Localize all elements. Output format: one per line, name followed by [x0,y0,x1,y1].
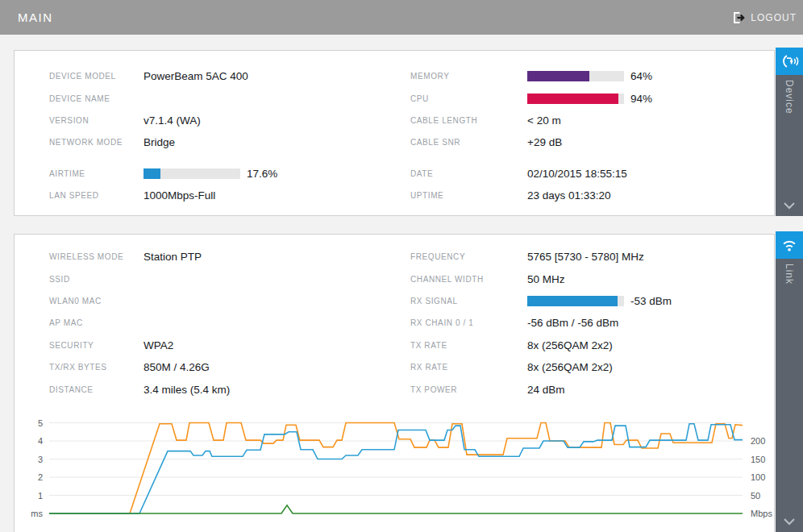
row-value: -56 dBm / -56 dBm [527,317,618,329]
row-value: 23 days 01:33:20 [527,189,611,202]
row-value: 50 MHz [527,273,565,285]
row-value: v7.1.4 (WA) [144,114,201,127]
row-label: CABLE LENGTH [410,116,527,125]
series-line-tx [49,423,743,514]
info-row: RX RATE8x (256QAM 2x2) [410,356,769,378]
row-label: SECURITY [49,341,144,350]
row-label: WLAN0 MAC [49,297,144,305]
row-value: 1000Mbps-Full [144,189,215,202]
row-value: -53 dBm [630,295,672,307]
progress-bar [527,296,624,306]
row-value: 94% [630,93,652,105]
row-label: DEVICE NAME [49,94,144,103]
row-label: RX RATE [410,363,527,372]
device-tab-label: Device [784,80,795,114]
row-value: 5765 [5730 - 5780] MHz [527,251,644,263]
row-label: DATE [410,169,527,178]
info-row: DEVICE MODELPowerBeam 5AC 400 [49,65,396,87]
info-row: TX RATE8x (256QAM 2x2) [410,335,769,356]
progress-bar [527,94,624,104]
row-label: VERSION [49,116,144,125]
chart-plot-area [49,416,743,521]
row-label: TX POWER [410,385,527,394]
row-label: TX RATE [410,341,527,350]
row-label: AIRTIME [49,169,144,178]
collapse-link-chevron-icon[interactable] [783,517,796,526]
device-status-panel: DEVICE MODELPowerBeam 5AC 400DEVICE NAME… [14,50,775,216]
row-label: RX SIGNAL [410,297,527,305]
row-label: RX CHAIN 0 / 1 [410,318,527,327]
info-row: SSID [49,268,396,289]
info-row: TX/RX BYTES850M / 4.26G [49,356,396,378]
left-axis-label: ms [17,508,43,519]
info-row: UPTIME23 days 01:33:20 [410,185,769,206]
info-row: AIRTIME17.6% [49,163,396,185]
series-line-rx [49,424,743,513]
row-value: 24 dBm [527,384,565,396]
logout-button[interactable]: LOGOUT [732,0,797,35]
info-row: LAN SPEED1000Mbps-Full [49,185,396,206]
progress-bar [527,71,624,81]
info-row: CABLE SNR+29 dB [410,131,769,153]
info-row: MEMORY64% [410,65,769,87]
row-spacer [410,154,769,163]
row-value: Bridge [144,136,175,148]
logout-label: LOGOUT [751,12,797,23]
row-label: MEMORY [410,72,527,81]
info-row: FREQUENCY5765 [5730 - 5780] MHz [410,246,769,268]
progress-bar [144,168,240,179]
info-row: NETWORK MODEBridge [49,131,396,153]
left-axis-label: 5 [17,418,43,429]
left-axis-label: 1 [17,490,43,501]
row-value: 8x (256QAM 2x2) [527,339,613,351]
collapse-device-chevron-icon[interactable] [783,202,796,210]
link-tab-label: Link [784,264,795,285]
row-value: Station PTP [144,251,202,263]
series-line-latency [49,505,743,513]
row-value: PowerBeam 5AC 400 [144,70,248,82]
row-value: 17.6% [247,168,277,180]
info-row: RX CHAIN 0 / 1-56 dBm / -56 dBm [410,312,769,334]
row-label: AP MAC [49,318,144,327]
top-bar: MAIN LOGOUT [0,0,803,35]
info-row: DISTANCE3.4 miles (5.4 km) [49,378,396,400]
info-row: WLAN0 MAC [49,290,396,312]
row-value: WPA2 [144,339,173,351]
sidebar-tab-device[interactable]: Device [776,48,803,216]
info-row: SECURITYWPA2 [49,335,396,356]
row-value: 8x (256QAM 2x2) [527,361,613,373]
row-value: 850M / 4.26G [144,361,210,373]
row-value: 64% [630,70,652,82]
info-row: CPU94% [410,87,769,109]
row-label: CHANNEL WIDTH [410,275,527,284]
row-value: +29 dB [527,136,562,148]
info-row: RX SIGNAL-53 dBm [410,290,769,312]
left-axis-label: 2 [17,472,43,483]
row-label: UPTIME [410,191,527,200]
throughput-chart: 54321ms20015010050Mbps Isolated Capacity… [15,408,774,532]
info-row: WIRELESS MODEStation PTP [49,246,396,268]
row-label: NETWORK MODE [49,138,144,147]
logout-icon [732,11,745,24]
row-label: DEVICE MODEL [49,72,144,81]
row-label: CPU [410,94,527,103]
device-antenna-icon[interactable] [776,48,803,75]
link-wifi-icon[interactable] [776,231,803,259]
airos-main-page: MAIN LOGOUT DEVICE MODELPowerBeam 5AC 40… [0,0,803,532]
row-label: DISTANCE [49,385,144,394]
info-row: DATE02/10/2015 18:55:15 [410,163,769,185]
info-row: TX POWER24 dBm [410,378,769,400]
page-title: MAIN [18,0,53,35]
row-value: 3.4 miles (5.4 km) [144,384,230,396]
info-row: VERSIONv7.1.4 (WA) [49,110,396,131]
row-label: SSID [49,275,144,284]
row-label: WIRELESS MODE [49,252,144,261]
info-row: AP MAC [49,312,396,334]
info-row: CHANNEL WIDTH50 MHz [410,268,769,289]
row-label: LAN SPEED [49,191,144,200]
row-label: CABLE SNR [410,138,527,147]
sidebar-tab-link[interactable]: Link [776,231,803,532]
row-value: 02/10/2015 18:55:15 [527,168,627,180]
info-row: DEVICE NAME [49,87,396,109]
left-axis-label: 4 [17,435,43,447]
